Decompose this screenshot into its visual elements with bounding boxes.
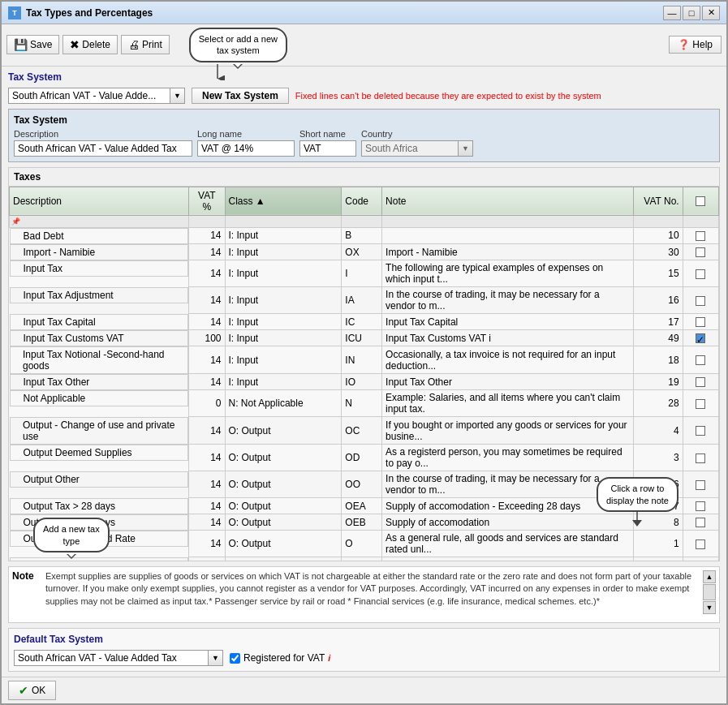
table-row[interactable]: Input Tax Other 14 I: Input IO Input Tax… — [10, 374, 719, 390]
cell-class: I: Input — [225, 330, 342, 346]
balloon-arrow-icon — [205, 64, 230, 80]
cell-note: Input Tax Capital — [382, 314, 634, 330]
cell-note: If you bought or imported any goods or s… — [382, 417, 634, 445]
note-scroll-up[interactable]: ▲ — [703, 570, 716, 583]
cell-levy — [683, 390, 718, 417]
balloon-new-system-area: Select or add a newtax system — [189, 28, 287, 62]
levy-checkbox[interactable] — [696, 399, 705, 409]
short-name-input[interactable] — [299, 140, 356, 157]
print-icon: 🖨 — [128, 38, 140, 51]
table-row[interactable]: Input Tax Capital 14 I: Input IC Input T… — [10, 314, 719, 330]
note-content: Exempt supplies are supplies of goods or… — [45, 570, 701, 614]
delete-icon: ✖ — [70, 38, 80, 51]
cell-levy — [683, 514, 718, 531]
default-tax-dropdown-arrow[interactable]: ▼ — [209, 650, 223, 666]
note-scrollbar: ▲ ▼ — [703, 570, 716, 614]
main-content: Tax System ▼ New Tax System Fixed lines … — [2, 67, 726, 677]
maximize-button[interactable]: □ — [683, 6, 700, 20]
levy-checkbox[interactable] — [696, 501, 705, 511]
cell-note: Example: Salaries, and all items where y… — [382, 390, 634, 417]
table-row[interactable]: Not Applicable 0 N: Not Applicable N Exa… — [10, 390, 719, 417]
levy-checkbox[interactable] — [696, 518, 705, 527]
long-name-input[interactable] — [197, 140, 295, 157]
tax-system-dropdown-arrow[interactable]: ▼ — [170, 88, 185, 104]
table-row[interactable]: Input Tax Customs VAT 100 I: Input ICU I… — [10, 330, 719, 346]
note-text: Exempt supplies are supplies of goods or… — [45, 570, 701, 608]
levy-checkbox[interactable] — [696, 247, 705, 257]
default-tax-combo[interactable]: ▼ — [14, 650, 223, 666]
desc-input[interactable] — [14, 140, 192, 157]
desc-label: Description — [14, 129, 192, 139]
ok-bar: ✔ OK — [2, 677, 726, 703]
levy-checkbox[interactable]: ✓ — [696, 333, 705, 343]
cell-code: IO — [342, 374, 382, 390]
levy-checkbox[interactable] — [696, 454, 705, 463]
cell-vatno: 2 — [633, 557, 683, 561]
help-button[interactable]: ❓ Help — [669, 36, 722, 54]
cell-vat: 14 — [189, 531, 225, 557]
table-row[interactable]: Input Tax Adjustment 14 I: Input IA In t… — [10, 287, 719, 314]
delete-button[interactable]: ✖ Delete — [62, 35, 118, 54]
note-scroll-track — [703, 584, 716, 600]
default-tax-row: ▼ Registered for VAT i — [14, 650, 714, 666]
print-button[interactable]: 🖨 Print — [121, 35, 170, 54]
country-dropdown-arrow[interactable]: ▼ — [459, 140, 473, 157]
levy-checkbox[interactable] — [696, 377, 705, 387]
table-row[interactable]: Input Tax Notional -Second-hand goods 14… — [10, 346, 719, 374]
save-button[interactable]: 💾 Save — [6, 35, 59, 54]
table-row[interactable]: Output tax -Capital,Services 14 O: Outpu… — [10, 557, 719, 561]
filter-class-cell — [225, 215, 342, 227]
cell-code: OEB — [342, 514, 382, 531]
table-row[interactable]: Output Deemed Supplies 14 O: Output OD A… — [10, 445, 719, 471]
table-row[interactable]: Output Tax Standard Rate 14 O: Output O … — [10, 531, 719, 557]
country-input[interactable] — [361, 140, 459, 157]
cell-desc: Output Other — [10, 471, 189, 488]
cell-code: I — [342, 260, 382, 287]
country-combo[interactable]: ▼ — [361, 140, 473, 157]
levy-checkbox[interactable] — [696, 231, 705, 241]
col-class[interactable]: Class ▲ — [225, 187, 342, 215]
cell-note: Supply of accomodation - Exceeding 28 da… — [382, 498, 634, 514]
cell-levy — [683, 445, 718, 471]
table-row[interactable]: Output - Change of use and private use 1… — [10, 417, 719, 445]
ok-button[interactable]: ✔ OK — [8, 681, 56, 700]
note-scroll-down[interactable]: ▼ — [703, 601, 716, 614]
cell-code: IC — [342, 314, 382, 330]
cell-class: I: Input — [225, 314, 342, 330]
cell-class: N: Not Applicable — [225, 390, 342, 417]
registered-vat-label[interactable]: Registered for VAT i — [230, 652, 330, 664]
minimize-button[interactable]: ― — [663, 6, 681, 20]
levy-checkbox[interactable] — [696, 426, 705, 436]
balloon-click-row-arrow — [621, 510, 653, 527]
levy-header-checkbox[interactable] — [696, 196, 705, 206]
tax-system-input[interactable] — [8, 88, 170, 104]
levy-checkbox[interactable] — [696, 480, 705, 490]
cell-note: As a general rule, all goods and service… — [382, 531, 634, 557]
tax-system-header: Tax System — [8, 71, 720, 83]
cell-vatno: 49 — [633, 330, 683, 346]
main-window: T Tax Types and Percentages ― □ ✕ 💾 Save… — [0, 0, 728, 705]
cell-note: Input Tax Customs VAT i — [382, 330, 634, 346]
cell-levy — [683, 374, 718, 390]
levy-checkbox[interactable] — [696, 539, 705, 549]
filter-vat-cell — [189, 215, 225, 227]
close-button[interactable]: ✕ — [702, 6, 720, 20]
new-tax-system-button[interactable]: New Tax System — [192, 88, 289, 104]
tax-system-combo[interactable]: ▼ — [8, 88, 185, 104]
default-tax-input[interactable] — [14, 650, 209, 666]
table-row[interactable]: Bad Debt 14 I: Input B 10 — [10, 227, 719, 244]
cell-class: I: Input — [225, 374, 342, 390]
cell-class: O: Output — [225, 417, 342, 445]
table-row[interactable]: Output Tax < 28 days 14 O: Output OEB Su… — [10, 514, 719, 531]
cell-levy — [683, 498, 718, 514]
col-vat: VAT % — [189, 187, 225, 215]
table-row[interactable]: Input Tax 14 I: Input I The following ar… — [10, 260, 719, 287]
levy-checkbox[interactable] — [696, 296, 705, 306]
registered-vat-checkbox[interactable] — [230, 653, 240, 664]
table-row[interactable]: Import - Namibie 14 I: Input OX Import -… — [10, 244, 719, 260]
levy-checkbox[interactable] — [696, 269, 705, 279]
levy-checkbox[interactable] — [696, 317, 705, 327]
short-name-label: Short name — [299, 129, 356, 139]
cell-levy — [683, 531, 718, 557]
levy-checkbox[interactable] — [696, 355, 705, 365]
